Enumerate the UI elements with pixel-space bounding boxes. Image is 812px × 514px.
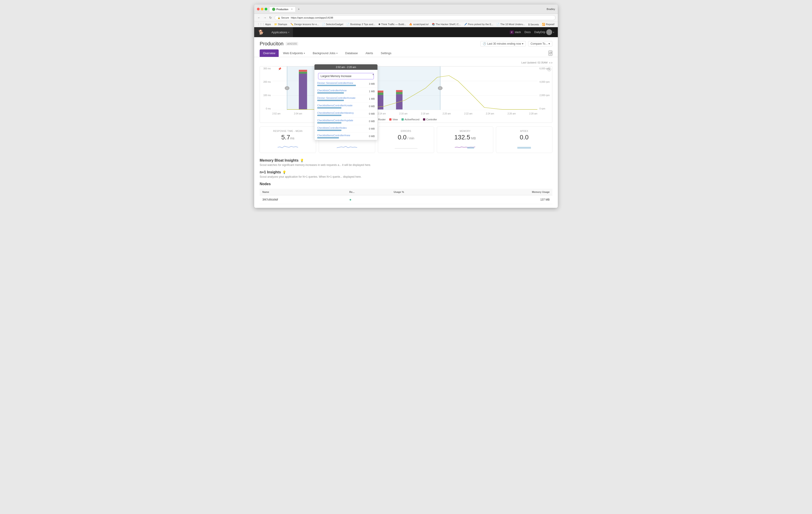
tooltip-item-value-5: 0 MB xyxy=(366,112,375,115)
tooltip-item-name-1[interactable]: Devise::SessionsController#new xyxy=(317,82,366,84)
metric-memory-label: MEMORY xyxy=(440,130,490,132)
metric-response-95-sparkline xyxy=(322,143,372,149)
x-axis: 2:02 am 2:04 am 2:06 am 2:14 am 2:16 am … xyxy=(272,111,538,116)
app-title-row: Produciton a642155 xyxy=(260,41,298,47)
svg-point-7 xyxy=(285,87,289,90)
tab-overview[interactable]: Overview xyxy=(260,49,279,57)
docs-label: Docs xyxy=(524,31,531,34)
bookmark-secrets[interactable]: $ Secrets xyxy=(528,23,540,26)
tooltip-item-name-3[interactable]: Devise::SessionsController#create xyxy=(317,96,366,99)
prev-arrow[interactable]: ‹ xyxy=(549,61,551,64)
tooltip-item-name-8[interactable]: ChecklistItemsController#new xyxy=(317,134,366,137)
legend-controller-label: Controller xyxy=(426,118,437,121)
browser-user: Bradley xyxy=(547,8,555,10)
tooltip-item-value-7: 0 MB xyxy=(366,127,375,130)
tooltip-time: 2:02 am - 2:20 am xyxy=(336,66,356,68)
x-label-220: 2:20 am xyxy=(443,112,451,115)
url-text: https://apm.scoutapp.com/apps/14198 xyxy=(291,16,333,19)
tooltip-item-value-8: 0 MB xyxy=(366,135,375,138)
back-button[interactable]: ← xyxy=(257,16,261,20)
bookmark-pens[interactable]: 🖊️ Pens picked by the E... xyxy=(463,23,494,26)
slack-button[interactable]: # slack xyxy=(510,30,521,34)
tooltip-item-bar-4 xyxy=(317,107,342,109)
tooltip-metric-select[interactable]: Largest Memory Increase xyxy=(318,73,374,79)
tooltip-item-bar-5 xyxy=(317,115,342,116)
x-label-202: 2:02 am xyxy=(272,112,281,115)
col-re: Re... xyxy=(347,189,391,195)
metric-errors-sparkline xyxy=(381,143,431,149)
tab-close-button[interactable]: ✕ xyxy=(291,8,293,10)
metric-errors: ERRORS 0.0 / min xyxy=(378,126,434,153)
docs-button[interactable]: Docs xyxy=(524,31,531,34)
bookmark-hacker[interactable]: 📚 The Hacker Shelf | C... xyxy=(431,23,462,26)
bookmark-bootstrap[interactable]: 📄 Bootstrap 3 Tips and... xyxy=(346,23,376,26)
y-axis-right: 6,000 rpm 4,000 rpm 2,000 rpm 0 rpm xyxy=(538,66,552,110)
last-updated-row: Last Updated: 02:35AM ‹ › xyxy=(260,61,552,64)
tab-alerts[interactable]: Alerts xyxy=(362,49,376,57)
tab-database[interactable]: Database xyxy=(342,49,361,57)
tab-web-endpoints[interactable]: Web Endpoints ▾ xyxy=(280,49,308,57)
reload-button[interactable]: ↻ xyxy=(268,16,273,20)
y-label-300: 300 ms xyxy=(260,67,271,70)
nodes-section: Nodes Name Re... Usage % Memory Usage 3f… xyxy=(260,182,552,204)
app-nav[interactable]: Applications ▾ xyxy=(268,27,293,37)
tooltip-item-name-2[interactable]: ChecklistsController#show xyxy=(317,89,366,92)
tooltip-item-name-4[interactable]: ChecklistItemsController#create xyxy=(317,104,366,107)
clock-icon: 🕐 xyxy=(483,42,486,45)
tooltip-item-value-3: 1 MB xyxy=(366,97,375,100)
bookmark-design[interactable]: ✏️ Design lessons for e... xyxy=(290,23,320,26)
tooltip-item-name-5[interactable]: ChecklistItemsController#destroy xyxy=(317,112,366,114)
svg-rect-19 xyxy=(377,92,383,95)
address-bar: ← → ↻ 🔒 Secure https://apm.scoutapp.com/… xyxy=(254,14,558,22)
app-id-badge: a642155 xyxy=(286,42,298,46)
tooltip-item: ChecklistItemsController#create 0 MB xyxy=(315,103,377,110)
tooltip-item-name-7[interactable]: ChecklistsController#index xyxy=(317,126,366,129)
tab-background-jobs[interactable]: Background Jobs ▾ xyxy=(309,49,341,57)
next-arrow[interactable]: › xyxy=(551,61,552,64)
compare-button[interactable]: Compare To... ▾ xyxy=(528,41,552,47)
metric-errors-value: 0.0 / min xyxy=(381,134,431,141)
bookmark-10most[interactable]: 📄 The 10 Most Underu... xyxy=(496,23,526,26)
legend-activerecord-dot xyxy=(402,118,404,120)
nodes-title: Nodes xyxy=(260,182,552,186)
time-selector[interactable]: 🕐 Last 30 minutes ending now ▾ xyxy=(480,41,526,47)
bookmark-apps[interactable]: ⋮⋮⋮ Apps xyxy=(257,23,272,26)
new-tab-button[interactable]: + xyxy=(297,6,301,12)
refresh-button[interactable]: ↺ xyxy=(549,51,552,56)
tooltip-item-name-6[interactable]: ChecklistItemsController#update xyxy=(317,119,366,122)
maximize-button[interactable] xyxy=(265,8,267,10)
chart-tooltip: 2:02 am - 2:20 am Largest Memory Increas… xyxy=(314,64,378,140)
forward-button[interactable]: → xyxy=(262,16,267,20)
node-re-indicator: ● xyxy=(349,198,352,201)
bookmark-startups[interactable]: 📁 Startups xyxy=(273,23,288,26)
metric-response-mean-label: RESPONSE TIME - MEAN xyxy=(263,130,313,132)
memory-bloat-section: Memory Bloat Insights 💡 Scout watches fo… xyxy=(260,159,552,167)
tooltip-select-wrap: Largest Memory Increase xyxy=(315,70,377,80)
bookmark-repeat[interactable]: 🔁 Repeat! xyxy=(541,23,555,26)
tab-bar: Produciton ✕ + xyxy=(269,6,545,12)
minimize-button[interactable] xyxy=(261,8,263,10)
legend-view-label: View xyxy=(393,118,398,121)
user-chevron-icon: ▾ xyxy=(553,31,554,33)
nav-chevron-icon: ▾ xyxy=(288,31,289,33)
col-memory-usage: Memory Usage xyxy=(457,189,552,195)
legend-controller-dot xyxy=(423,118,425,120)
tab-background-jobs-label: Background Jobs xyxy=(313,52,335,55)
tooltip-item-bar-8 xyxy=(317,137,339,139)
tooltip-item: ChecklistItemsController#new 0 MB xyxy=(315,133,377,140)
bookmark-scratch[interactable]: 🔥 scratchpad.io/ xyxy=(408,23,429,26)
secure-label: Secure xyxy=(281,16,289,19)
node-re: ● xyxy=(347,195,391,204)
dailydrip-button[interactable]: DailyDrip ▾ xyxy=(534,29,554,35)
x-label-224: 2:24 am xyxy=(486,112,494,115)
tooltip-item: ChecklistItemsController#update 0 MB xyxy=(315,118,377,125)
bookmark-selector[interactable]: 📄 SelectorGadget xyxy=(321,23,344,26)
tab-settings[interactable]: Settings xyxy=(377,49,395,57)
url-bar[interactable]: 🔒 Secure https://apm.scoutapp.com/apps/1… xyxy=(274,15,555,20)
browser-tab[interactable]: Produciton ✕ xyxy=(269,6,296,12)
close-button[interactable] xyxy=(257,8,260,10)
bookmark-think[interactable]: ✱ Think Traffic — Build... xyxy=(378,23,407,26)
tab-favicon xyxy=(272,8,275,11)
svg-rect-11 xyxy=(299,70,307,72)
y-right-6000: 6,000 rpm xyxy=(540,67,552,70)
